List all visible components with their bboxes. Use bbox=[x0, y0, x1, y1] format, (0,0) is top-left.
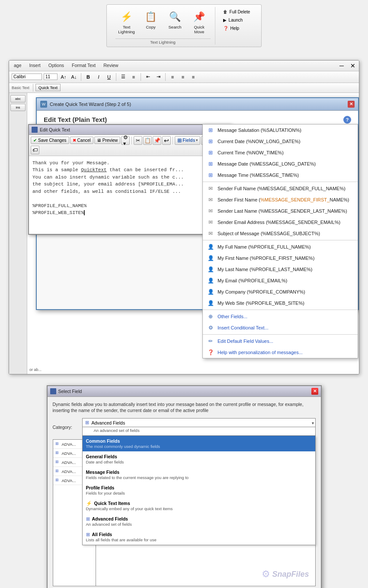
field-message-date[interactable]: ⊞ Message Date (%MESSAGE_LONG_DATE%) bbox=[203, 158, 358, 169]
app-sidebar: abc ins bbox=[9, 93, 27, 374]
dropdown-profile-title: Profile Fields bbox=[86, 485, 312, 490]
edit-default-action[interactable]: ✏ Edit Default Field Values... bbox=[203, 336, 358, 347]
field-my-company[interactable]: 👤 My Company (%PROFILE_COMPANY%) bbox=[203, 286, 358, 297]
settings-button[interactable]: ⚙ ▾ bbox=[121, 136, 130, 145]
select-titlebar: Select Field ✕ bbox=[48, 386, 321, 397]
field-my-first-name[interactable]: 👤 My First Name (%PROFILE_FIRST_NAME%) bbox=[203, 252, 358, 264]
cancel-button[interactable]: ✖ Cancel bbox=[70, 137, 93, 144]
dropdown-item-general[interactable]: General Fields Date and other fields bbox=[83, 451, 315, 467]
field-sender-full-name[interactable]: ✉ Sender Full Name (%MESSAGE_SENDER_FULL… bbox=[203, 183, 358, 194]
field-icon-date: ⊞ bbox=[207, 138, 214, 145]
list-label-2: ADVA... bbox=[62, 451, 76, 456]
search-button[interactable]: 🔍 Search bbox=[164, 8, 186, 31]
paste-button[interactable]: 📌 bbox=[153, 136, 161, 145]
help-button[interactable]: ❓ Help bbox=[221, 25, 253, 32]
italic-button[interactable]: I bbox=[94, 73, 103, 81]
wizard-titlebar: W Create Quick Text Wizard (Step 2 of 5)… bbox=[37, 98, 358, 111]
other-fields-label: Other Fields... bbox=[218, 314, 247, 319]
quick-move-icon: 📌 bbox=[192, 10, 206, 24]
copy-button[interactable]: 📋 Copy bbox=[140, 8, 162, 31]
other-fields-action[interactable]: ⊕ Other Fields... bbox=[203, 311, 358, 322]
qt-line-3: You can also insert dynamic variable suc… bbox=[32, 174, 227, 181]
menu-age[interactable]: age bbox=[13, 62, 23, 69]
insert-conditional-action[interactable]: ⚙ Insert Conditional Text... bbox=[203, 322, 358, 333]
field-current-time-label: Current Time (%NOW_TIME%) bbox=[218, 150, 284, 155]
list-bullet-button[interactable]: ☰ bbox=[119, 73, 128, 81]
field-message-time-label: Message Time (%MESSAGE_TIME%) bbox=[218, 173, 299, 178]
font-selector[interactable] bbox=[12, 74, 42, 80]
field-current-time[interactable]: ⊞ Current Time (%NOW_TIME%) bbox=[203, 147, 358, 158]
tag-btn[interactable]: 🏷 bbox=[31, 146, 39, 154]
align-left-button[interactable]: ≡ bbox=[168, 73, 177, 81]
field-current-date[interactable]: ⊞ Current Date (%NOW_LONG_DATE%) bbox=[203, 136, 358, 147]
cut-button[interactable]: ✂ bbox=[134, 136, 142, 145]
underline-button[interactable]: U bbox=[105, 73, 113, 81]
bold-button[interactable]: B bbox=[84, 73, 93, 81]
field-salutation[interactable]: ⊞ Message Salutation (%SALUTATION%) bbox=[203, 125, 358, 136]
dropdown-item-quicktext[interactable]: ⚡ Quick Text Items Dynamically embed any… bbox=[83, 498, 315, 514]
full-delete-button[interactable]: 🗑 Full Delete bbox=[221, 8, 253, 16]
wizard-close-button[interactable]: ✕ bbox=[348, 101, 355, 108]
field-sender-email[interactable]: ✉ Sender Email Address (%MESSAGE_SENDER_… bbox=[203, 217, 358, 228]
help-personalization-action[interactable]: ❓ Help with personalization of messages.… bbox=[203, 347, 358, 358]
menu-options[interactable]: Options bbox=[47, 62, 65, 69]
dropdown-item-common[interactable]: Common Fields The most commonly used dyn… bbox=[83, 436, 315, 451]
menu-review[interactable]: Review bbox=[102, 62, 119, 69]
app-toolbar-1: A↑ A↓ B I U ☰ ≡ ⇤ ⇥ ≡ ≡ ≡ bbox=[9, 71, 359, 83]
field-my-email[interactable]: 👤 My Email (%PROFILE_EMAIL%) bbox=[203, 275, 358, 286]
quick-text-btn[interactable]: Quick Text bbox=[35, 84, 61, 91]
dropdown-item-all[interactable]: ⊞ All Fields Lists all fields that are a… bbox=[83, 529, 315, 545]
list-label-1: ADVA... bbox=[62, 442, 76, 447]
field-my-website[interactable]: 👤 My Web Site (%PROFILE_WEB_SITE%) bbox=[203, 297, 358, 309]
font-size[interactable] bbox=[44, 74, 58, 80]
align-center-button[interactable]: ≡ bbox=[179, 73, 187, 81]
category-dropdown[interactable]: ⊞ Advanced Fields ▾ bbox=[82, 418, 316, 427]
text-lightning-button[interactable]: ⚡ Text Lightning bbox=[115, 8, 138, 36]
align-right-button[interactable]: ≡ bbox=[189, 73, 198, 81]
indent-more-button[interactable]: ⇥ bbox=[154, 73, 163, 81]
font-size-down[interactable]: A↓ bbox=[70, 73, 78, 81]
undo-button[interactable]: ↩ bbox=[162, 136, 171, 145]
close-icon[interactable]: ✕ bbox=[350, 62, 355, 69]
quick-move-button[interactable]: 📌 Quick Move bbox=[188, 8, 211, 36]
edit-qt-title-icon bbox=[32, 127, 38, 133]
menu-format-text[interactable]: Format Text bbox=[70, 62, 97, 69]
field-my-last-label: My Last Name (%PROFILE_LAST_NAME%) bbox=[218, 267, 312, 272]
select-description: Dynamic fields allow you to automaticall… bbox=[53, 401, 316, 414]
list-icon-4: ⊞ bbox=[55, 469, 61, 474]
launch-button[interactable]: ▶ Launch bbox=[221, 16, 253, 24]
font-size-up[interactable]: A↑ bbox=[59, 73, 68, 81]
field-sender-first-name[interactable]: ✉ Sender First Name (%MESSAGE_SENDER_FIR… bbox=[203, 194, 358, 205]
select-field-dialog: Select Field ✕ Dynamic fields allow you … bbox=[47, 385, 322, 588]
minimize-icon[interactable]: ─ bbox=[339, 62, 344, 69]
edit-qt-content[interactable]: Thank you for your Message. This is a sa… bbox=[29, 156, 230, 234]
field-icon-sender-full: ✉ bbox=[207, 185, 214, 192]
fields-button[interactable]: ⊞ Fields ▾ bbox=[175, 136, 200, 145]
dropdown-profile-desc: Fields for your details bbox=[86, 491, 312, 495]
save-changes-button[interactable]: ✔ Save Changes bbox=[31, 137, 69, 144]
field-my-last-name[interactable]: 👤 My Last Name (%PROFILE_LAST_NAME%) bbox=[203, 264, 358, 275]
dropdown-item-profile[interactable]: Profile Fields Fields for your details bbox=[83, 483, 315, 498]
save-icon: ✔ bbox=[33, 138, 37, 143]
list-number-button[interactable]: ≡ bbox=[129, 73, 138, 81]
field-message-time[interactable]: ⊞ Message Time (%MESSAGE_TIME%) bbox=[203, 169, 358, 181]
copy-btn[interactable]: 📋 bbox=[143, 136, 152, 145]
preview-button[interactable]: 🖥 Preview bbox=[94, 137, 121, 144]
sidebar-btn-1[interactable]: abc bbox=[10, 95, 26, 102]
field-sender-last-name[interactable]: ✉ Sender Last Name (%MESSAGE_SENDER_LAST… bbox=[203, 205, 358, 217]
field-subject[interactable]: ✉ Subject of Message (%MESSAGE_SUBJECT%) bbox=[203, 228, 358, 239]
app-content: abc ins W Create Quick Text Wizard (Step… bbox=[9, 93, 359, 374]
copy-label: Copy bbox=[146, 25, 156, 29]
app-window: age Insert Options Format Text Review ─ … bbox=[9, 60, 359, 374]
wizard-help-icon[interactable]: ? bbox=[343, 116, 351, 124]
ribbon-bar: ⚡ Text Lightning 📋 Copy 🔍 Search 📌 Quick… bbox=[106, 4, 262, 47]
dropdown-item-advanced[interactable]: ⊞ Advanced Fields An advanced set of fie… bbox=[83, 514, 315, 529]
dropdown-item-message[interactable]: Message Fields Fields related to the cur… bbox=[83, 467, 315, 483]
select-close-button[interactable]: ✕ bbox=[311, 388, 318, 395]
indent-less-button[interactable]: ⇤ bbox=[144, 73, 152, 81]
menu-insert[interactable]: Insert bbox=[28, 62, 42, 69]
field-my-full-name[interactable]: 👤 My Full Name (%PROFILE_FULL_NAME%) bbox=[203, 241, 358, 252]
sidebar-btn-2[interactable]: ins bbox=[10, 104, 26, 111]
launch-label: Launch bbox=[229, 18, 243, 22]
dropdown-message-desc: Fields related to the current message yo… bbox=[86, 475, 312, 480]
